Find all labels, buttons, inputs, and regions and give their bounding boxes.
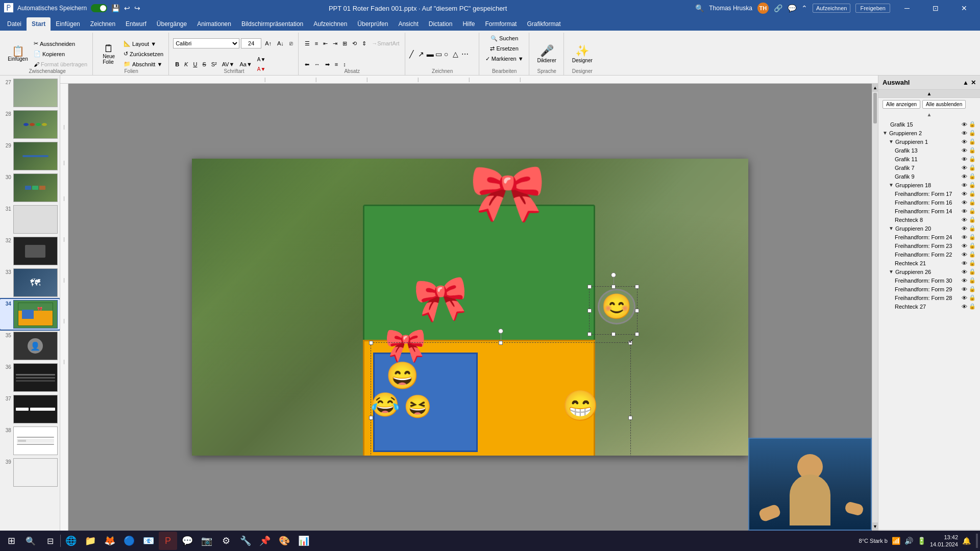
new-slide-btn[interactable]: 🗒 NeueFolie xyxy=(97,39,120,69)
cut-btn[interactable]: ✂ Ausschneiden xyxy=(32,39,89,48)
panel-item-eye-rect8[interactable]: 👁 xyxy=(962,217,967,223)
slide-thumb-34[interactable]: 34 🎀 xyxy=(0,299,60,330)
char-spacing-btn[interactable]: AV▼ xyxy=(220,60,237,69)
panel-scroll-up[interactable]: ▲ xyxy=(963,79,969,86)
start-btn[interactable]: ⊞ xyxy=(2,532,20,550)
panel-item-lock-form24[interactable]: 🔒 xyxy=(969,234,976,240)
redo-icon[interactable]: ↪ xyxy=(134,4,140,12)
slide-thumb-38[interactable]: 38 xyxy=(0,425,60,456)
shape-line[interactable]: ╱ xyxy=(409,50,418,58)
panel-item-rect21[interactable]: Rechteck 21 👁 🔒 xyxy=(878,259,980,267)
decrease-indent-btn[interactable]: ⇤ xyxy=(321,39,330,48)
vscroll-thumb[interactable] xyxy=(873,93,877,123)
panel-item-eye-form23[interactable]: 👁 xyxy=(962,243,967,249)
show-all-btn[interactable]: Alle anzeigen xyxy=(883,100,920,109)
slide-thumb-27[interactable]: 27 xyxy=(0,78,60,108)
systray-volume[interactable]: 🔊 xyxy=(904,537,913,545)
panel-collapse[interactable]: ✕ xyxy=(971,79,976,86)
justify-btn[interactable]: ≡ xyxy=(333,60,340,69)
line-spacing-btn[interactable]: ↕ xyxy=(341,60,348,69)
tab-grafikformat[interactable]: Grafikformat xyxy=(522,17,566,31)
designer-btn[interactable]: ✨ Designer xyxy=(568,42,597,65)
autosave-toggle[interactable] xyxy=(91,4,107,12)
font-size-input[interactable] xyxy=(241,38,261,48)
app5-btn[interactable]: 📊 xyxy=(295,532,313,550)
slide-thumb-30[interactable]: 30 xyxy=(0,172,60,203)
vscroll-down[interactable]: ▼ xyxy=(872,522,878,531)
slide-thumb-35[interactable]: 35 👤 xyxy=(0,331,60,361)
panel-item-eye-form14[interactable]: 👁 xyxy=(962,208,967,214)
shape-triangle[interactable]: △ xyxy=(453,50,461,58)
canvas-area[interactable]: 🎀 🎀 🎀 😄 😂 😆 😁 xyxy=(68,84,872,531)
shape-arrow[interactable]: ↗ xyxy=(418,50,426,58)
panel-item-lock-form28[interactable]: 🔒 xyxy=(969,294,976,301)
slide-thumb-36[interactable]: 36 xyxy=(0,362,60,393)
increase-indent-btn[interactable]: ⇥ xyxy=(331,39,339,48)
mark-btn[interactable]: ✓ Markieren ▼ xyxy=(483,54,526,63)
panel-item-form22[interactable]: Freihandform: Form 22 👁 🔒 xyxy=(878,250,980,259)
panel-item-gruppe18[interactable]: ▼ Gruppieren 18 👁 🔒 xyxy=(878,181,980,189)
undo-icon[interactable]: ↩ xyxy=(124,4,130,12)
panel-item-eye-form24[interactable]: 👁 xyxy=(962,234,967,240)
chrome-btn[interactable]: 🔵 xyxy=(120,532,138,550)
slide-thumb-33[interactable]: 33 🗺 xyxy=(0,267,60,298)
aufzeichnen-btn[interactable]: Aufzeichnen xyxy=(813,4,851,13)
panel-item-grafik15[interactable]: Grafik 15 👁 🔒 xyxy=(878,120,980,129)
tab-dictation[interactable]: Dictation xyxy=(424,17,458,31)
app4-btn[interactable]: 🎨 xyxy=(275,532,293,550)
taskview-btn[interactable]: ⊟ xyxy=(41,532,59,550)
panel-item-eye-gruppe1[interactable]: 👁 xyxy=(962,139,967,145)
app2-btn[interactable]: 🔧 xyxy=(236,532,255,550)
text-direction-btn[interactable]: ⟲ xyxy=(350,39,359,48)
num-list-btn[interactable]: ≡ xyxy=(313,39,320,48)
panel-item-lock-form16[interactable]: 🔒 xyxy=(969,199,976,206)
panel-item-form16[interactable]: Freihandform: Form 16 👁 🔒 xyxy=(878,198,980,207)
panel-item-grafik13[interactable]: Grafik 13 👁 🔒 xyxy=(878,146,980,155)
panel-item-lock-form29[interactable]: 🔒 xyxy=(969,286,976,292)
panel-item-eye-gruppe18[interactable]: 👁 xyxy=(962,182,967,188)
freigeben-btn[interactable]: Freigeben xyxy=(855,4,890,13)
slide-thumb-32[interactable]: 32 xyxy=(0,236,60,266)
ribbon-toggle[interactable]: ⌃ xyxy=(801,4,807,12)
align-center-btn[interactable]: ↔ xyxy=(312,60,322,69)
panel-item-eye-grafik13[interactable]: 👁 xyxy=(962,147,967,154)
panel-item-lock-grafik9[interactable]: 🔒 xyxy=(969,173,976,180)
shape-rect[interactable]: ▬ xyxy=(427,50,435,58)
panel-item-lock-form30[interactable]: 🔒 xyxy=(969,277,976,284)
panel-scroll-btn-up[interactable]: ▲ xyxy=(878,90,980,98)
panel-item-lock-gruppe18[interactable]: 🔒 xyxy=(969,182,976,188)
panel-item-eye-form30[interactable]: 👁 xyxy=(962,278,967,284)
panel-item-eye-rect27[interactable]: 👁 xyxy=(962,304,967,310)
panel-item-lock-rect21[interactable]: 🔒 xyxy=(969,260,976,266)
slide-thumb-39[interactable]: 39 xyxy=(0,457,60,488)
panel-item-eye-gruppe26[interactable]: 👁 xyxy=(962,269,967,275)
tab-formformat[interactable]: Formformat xyxy=(480,17,522,31)
powerpoint-btn[interactable]: P xyxy=(159,532,177,550)
layout-btn[interactable]: 📐 Layout ▼ xyxy=(121,39,165,48)
panel-item-lock-gruppe20[interactable]: 🔒 xyxy=(969,225,976,232)
strikethrough-btn[interactable]: S xyxy=(200,60,208,69)
vertical-scrollbar[interactable]: ▲ ▼ xyxy=(872,84,878,531)
panel-item-lock-rect27[interactable]: 🔒 xyxy=(969,303,976,310)
notification-btn[interactable]: 🔔 xyxy=(962,537,971,545)
font-size-resize-btn[interactable]: Aa▼ xyxy=(237,60,254,69)
panel-item-eye-form16[interactable]: 👁 xyxy=(962,199,967,206)
panel-item-eye-rect21[interactable]: 👁 xyxy=(962,260,967,266)
panel-item-form17[interactable]: Freihandform: Form 17 👁 🔒 xyxy=(878,189,980,198)
format-transfer-btn[interactable]: 🖌 Format übertragen xyxy=(32,60,89,69)
outlook-btn[interactable]: 📧 xyxy=(139,532,158,550)
underline-btn[interactable]: U xyxy=(191,60,199,69)
panel-item-eye-form28[interactable]: 👁 xyxy=(962,295,967,301)
panel-item-lock-gruppe1[interactable]: 🔒 xyxy=(969,138,976,145)
tab-einfuegen[interactable]: Einfügen xyxy=(51,17,85,31)
shape-rounded[interactable]: ▭ xyxy=(435,50,444,58)
firefox-btn[interactable]: 🦊 xyxy=(101,532,119,550)
col-btn[interactable]: ⊞ xyxy=(340,39,349,48)
panel-item-rect27[interactable]: Rechteck 27 👁 🔒 xyxy=(878,302,980,311)
font-increase-btn[interactable]: A↑ xyxy=(263,39,274,48)
panel-item-lock-gruppe2[interactable]: 🔒 xyxy=(969,130,976,136)
font-family-select[interactable]: Calibri xyxy=(173,38,239,48)
panel-item-lock-grafik13[interactable]: 🔒 xyxy=(969,147,976,154)
tab-animationen[interactable]: Animationen xyxy=(192,17,236,31)
panel-item-lock-grafik11[interactable]: 🔒 xyxy=(969,156,976,162)
